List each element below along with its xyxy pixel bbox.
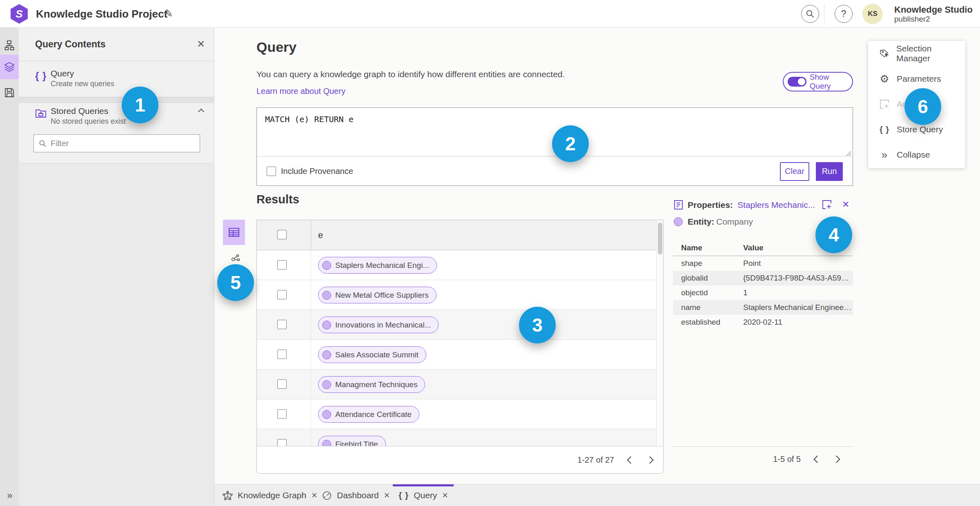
help-button[interactable]: ? bbox=[835, 5, 853, 23]
row-checkbox[interactable] bbox=[277, 320, 287, 329]
entity-chip[interactable]: Attendance Certificate bbox=[318, 406, 419, 423]
scrollbar-thumb[interactable] bbox=[658, 223, 662, 254]
table-row[interactable]: New Metal Office Suppliers bbox=[257, 280, 663, 310]
table-row[interactable]: Innovations in Mechanical... bbox=[257, 310, 663, 340]
table-row[interactable]: Staplers Mechanical Engi... bbox=[257, 250, 663, 280]
row-checkbox[interactable] bbox=[277, 260, 287, 270]
entity-dot-icon bbox=[322, 410, 331, 419]
entity-chip[interactable]: Innovations in Mechanical... bbox=[318, 317, 439, 333]
link-chart-icon bbox=[231, 253, 241, 263]
layers-icon bbox=[4, 61, 15, 73]
properties-table: Name Value shapePoint globalid{5D9B4713-… bbox=[673, 242, 853, 330]
table-icon bbox=[228, 226, 240, 239]
table-view-button-active[interactable] bbox=[223, 220, 245, 245]
table-scrollbar[interactable] bbox=[656, 220, 663, 446]
add-to-selection-icon bbox=[879, 99, 890, 109]
property-row[interactable]: objectid1 bbox=[673, 285, 853, 300]
table-row[interactable]: Firebird Title bbox=[257, 429, 663, 446]
learn-more-link[interactable]: Learn more about Query bbox=[256, 87, 345, 96]
save-icon bbox=[4, 87, 15, 98]
table-row[interactable]: Managment Techniques bbox=[257, 370, 663, 399]
next-page-icon[interactable] bbox=[646, 456, 653, 464]
user-name: publisher2 bbox=[894, 15, 973, 24]
menu-item-parameters[interactable]: ⚙ Parameters bbox=[868, 66, 965, 91]
entity-type: Company bbox=[716, 217, 753, 227]
close-properties-icon[interactable]: ✕ bbox=[842, 199, 849, 210]
topbar-divider bbox=[824, 3, 824, 25]
toggle-switch-on[interactable] bbox=[788, 77, 806, 87]
properties-entity-link[interactable]: Staplers Mechanic... bbox=[737, 200, 815, 210]
include-provenance-checkbox[interactable] bbox=[267, 167, 276, 176]
annotation-circle-3: 3 bbox=[519, 307, 556, 343]
run-button[interactable]: Run bbox=[816, 162, 843, 181]
next-page-icon[interactable] bbox=[833, 455, 840, 463]
include-provenance-label: Include Provenance bbox=[281, 167, 353, 176]
top-bar: S Knowledge Studio Project ✎ ? KS Knowle… bbox=[0, 0, 980, 28]
row-checkbox[interactable] bbox=[277, 350, 287, 359]
close-panel-icon[interactable]: ✕ bbox=[197, 38, 205, 50]
app-logo-icon[interactable]: S bbox=[11, 4, 28, 24]
menu-item-collapse[interactable]: » Collapse bbox=[868, 142, 965, 167]
sidebar-item-stored-queries[interactable]: Stored Queries No stored queries exist bbox=[19, 106, 214, 132]
column-header-e: e bbox=[318, 230, 323, 241]
close-tab-icon[interactable]: ✕ bbox=[311, 491, 317, 500]
tab-knowledge-graph[interactable]: Knowledge Graph ✕ bbox=[223, 484, 317, 506]
user-info[interactable]: Knowledge Studio publisher2 bbox=[894, 4, 973, 24]
expand-rail-button[interactable]: » bbox=[0, 487, 19, 504]
user-avatar[interactable]: KS bbox=[862, 4, 883, 24]
properties-label: Properties: bbox=[688, 200, 733, 210]
gear-icon: ⚙ bbox=[879, 73, 890, 85]
search-button[interactable] bbox=[801, 5, 819, 23]
layers-rail-button-active[interactable] bbox=[0, 55, 19, 79]
property-row[interactable]: shapePoint bbox=[673, 256, 853, 271]
clear-button[interactable]: Clear bbox=[780, 162, 809, 181]
previous-page-icon[interactable] bbox=[627, 456, 634, 464]
property-row[interactable]: established2020-02-11 bbox=[673, 315, 853, 330]
entity-dot-icon bbox=[322, 291, 331, 300]
dashboard-gauge-icon bbox=[322, 490, 332, 501]
knowledge-studio-app: S Knowledge Studio Project ✎ ? KS Knowle… bbox=[0, 0, 980, 506]
tab-dashboard[interactable]: Dashboard ✕ bbox=[322, 484, 390, 506]
table-row[interactable]: Sales Associate Summit bbox=[257, 340, 663, 370]
prop-col-name: Name bbox=[673, 242, 735, 256]
knowledge-graph-icon bbox=[223, 490, 233, 501]
row-checkbox[interactable] bbox=[277, 290, 287, 299]
row-checkbox[interactable] bbox=[277, 439, 287, 446]
annotation-circle-1: 1 bbox=[122, 87, 158, 123]
data-model-icon bbox=[4, 40, 15, 51]
sidebar-item-title: Stored Queries bbox=[51, 106, 108, 116]
show-query-toggle[interactable]: Show Query bbox=[783, 72, 853, 91]
add-to-selection-icon[interactable] bbox=[822, 199, 832, 210]
close-tab-icon[interactable]: ✕ bbox=[442, 491, 448, 500]
entity-chip[interactable]: Managment Techniques bbox=[318, 376, 425, 393]
properties-pagination: 1-5 of 5 bbox=[673, 446, 853, 472]
sidebar-item-query[interactable]: { } Query Create new queries bbox=[19, 69, 214, 97]
property-row[interactable]: globalid{5D9B4713-F98D-4A53-A59F-C11... bbox=[673, 271, 853, 285]
resize-handle[interactable] bbox=[845, 150, 851, 156]
menu-item-selection-manager[interactable]: Selection Manager bbox=[868, 41, 965, 66]
sidebar-item-subtitle: No stored queries exist bbox=[51, 117, 126, 126]
close-tab-icon[interactable]: ✕ bbox=[384, 491, 390, 500]
filter-input[interactable] bbox=[51, 139, 181, 148]
row-checkbox[interactable] bbox=[277, 379, 287, 389]
table-row[interactable]: Attendance Certificate bbox=[257, 399, 663, 429]
property-row[interactable]: nameStaplers Mechanical Engineering bbox=[673, 300, 853, 315]
edit-title-pencil-icon[interactable]: ✎ bbox=[164, 7, 173, 20]
data-model-rail-button[interactable] bbox=[0, 34, 19, 56]
tab-query-active[interactable]: { } Query ✕ bbox=[399, 484, 448, 506]
save-rail-button[interactable] bbox=[0, 82, 19, 104]
panel-title: Query Contents bbox=[35, 39, 106, 50]
entity-chip[interactable]: New Metal Office Suppliers bbox=[318, 287, 437, 303]
search-icon bbox=[39, 140, 47, 147]
sidebar-item-subtitle: Create new queries bbox=[51, 80, 114, 88]
row-checkbox[interactable] bbox=[277, 409, 287, 419]
previous-page-icon[interactable] bbox=[813, 455, 821, 463]
graph-view-button[interactable] bbox=[227, 249, 244, 266]
results-pagination: 1-27 of 27 bbox=[257, 446, 663, 473]
entity-chip[interactable]: Firebird Title bbox=[318, 436, 386, 446]
entity-chip[interactable]: Staplers Mechanical Engi... bbox=[318, 257, 437, 274]
stored-queries-folder-icon bbox=[35, 108, 47, 118]
select-all-checkbox[interactable] bbox=[277, 230, 287, 239]
properties-page-range: 1-5 of 5 bbox=[773, 455, 801, 464]
entity-chip[interactable]: Sales Associate Summit bbox=[318, 346, 426, 363]
